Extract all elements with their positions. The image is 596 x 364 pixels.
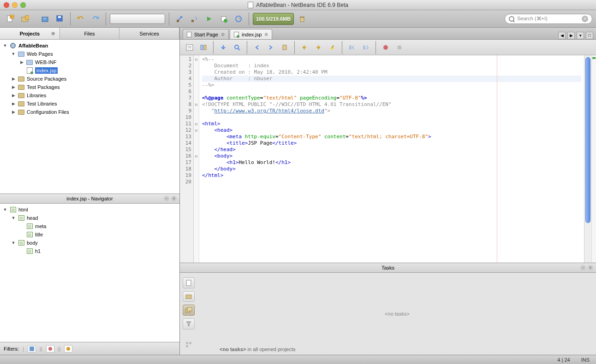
prev-bookmark-button[interactable] xyxy=(251,42,263,53)
clear-search-icon[interactable]: × xyxy=(582,16,588,22)
fold-toggle[interactable]: ⊟ xyxy=(194,56,199,63)
filter-button-3[interactable] xyxy=(64,345,72,352)
find-button[interactable] xyxy=(231,42,243,53)
comment-button[interactable] xyxy=(346,42,358,53)
highlight-button[interactable] xyxy=(326,42,338,53)
disclosure-icon[interactable]: ▼ xyxy=(3,43,7,48)
tree-item[interactable]: ▶Test Packages xyxy=(0,83,179,91)
fold-toggle xyxy=(194,95,199,101)
fold-gutter: ⊟⊟⊟⊟⊟ xyxy=(194,55,199,263)
task-scope-project-button[interactable] xyxy=(183,291,195,302)
svg-rect-3 xyxy=(25,16,29,19)
tree-item[interactable]: ▼◇body xyxy=(0,239,179,247)
tree-item[interactable]: ▶Libraries xyxy=(0,91,179,100)
zoom-window-icon[interactable] xyxy=(20,2,26,8)
filter-button-2[interactable] xyxy=(46,345,54,352)
fold-toggle[interactable]: ⊟ xyxy=(194,121,199,127)
tree-item[interactable]: ◇h1 xyxy=(0,247,179,255)
task-scope-file-button[interactable] xyxy=(183,277,195,288)
minimize-window-icon[interactable] xyxy=(12,2,18,8)
redo-button[interactable] xyxy=(89,12,102,25)
uncomment-button[interactable] xyxy=(360,42,372,53)
disclosure-icon[interactable]: ▶ xyxy=(11,101,16,106)
build-button[interactable] xyxy=(173,12,186,25)
left-tab-services[interactable]: Services xyxy=(119,28,179,39)
run-button[interactable] xyxy=(203,12,215,25)
left-tab-projects[interactable]: Projects⊗ xyxy=(0,28,60,39)
tree-item[interactable]: ◇meta xyxy=(0,222,179,230)
tab-nav-button[interactable]: ◀ xyxy=(558,32,566,39)
disclosure-icon[interactable]: ▼ xyxy=(11,216,16,220)
disclosure-icon[interactable]: ▶ xyxy=(11,93,16,98)
fold-toggle xyxy=(194,147,199,153)
shift-left-button[interactable] xyxy=(298,42,310,53)
fold-toggle[interactable]: ⊟ xyxy=(194,153,199,159)
filter-button-1[interactable] xyxy=(28,345,36,352)
editor-tab[interactable]: index.jsp⊗ xyxy=(230,29,272,39)
last-edit-button[interactable] xyxy=(217,42,229,53)
new-file-button[interactable] xyxy=(4,12,17,25)
fold-toggle xyxy=(194,172,199,179)
svg-rect-6 xyxy=(58,16,61,18)
history-button[interactable] xyxy=(197,42,209,53)
task-scope-all-button[interactable] xyxy=(183,305,195,316)
disclosure-icon[interactable]: ▼ xyxy=(11,52,16,56)
disclosure-icon[interactable]: ▼ xyxy=(11,241,16,245)
disclosure-icon[interactable]: ▶ xyxy=(11,76,16,81)
memory-indicator[interactable]: 100.5/219.6MB xyxy=(253,13,294,25)
minimize-tasks-icon[interactable]: – xyxy=(580,265,586,270)
next-bookmark-button[interactable] xyxy=(265,42,277,53)
error-stripe[interactable] xyxy=(591,55,596,263)
fold-toggle[interactable]: ⊟ xyxy=(194,127,199,134)
save-all-button[interactable] xyxy=(54,12,66,25)
editor-tab[interactable]: Start Page⊗ xyxy=(183,29,229,39)
tree-item[interactable]: ▼◇head xyxy=(0,214,179,222)
tree-item[interactable]: ▼AffableBean xyxy=(0,41,179,50)
open-project-button[interactable] xyxy=(39,12,52,25)
code-area[interactable]: <%-- Document : index Created on : May 1… xyxy=(199,55,584,263)
toggle-bookmark-button[interactable] xyxy=(279,42,291,53)
disclosure-icon[interactable]: ▼ xyxy=(3,207,7,212)
undo-button[interactable] xyxy=(74,12,87,25)
tree-item[interactable]: ▶Source Packages xyxy=(0,75,179,83)
node-icon: ◇ xyxy=(26,248,33,254)
line-numbers: 1234567891011121314151617181920 xyxy=(180,55,194,263)
source-view-button[interactable] xyxy=(184,42,196,53)
profile-button[interactable] xyxy=(232,12,245,25)
tree-item[interactable]: ▼◇html xyxy=(0,205,179,214)
close-panel-icon[interactable]: × xyxy=(171,196,177,201)
tree-item[interactable]: ◇title xyxy=(0,230,179,239)
stop-macro-button[interactable] xyxy=(380,42,392,53)
task-group-button[interactable] xyxy=(183,339,195,350)
close-tasks-icon[interactable]: × xyxy=(588,265,593,270)
shift-right-button[interactable] xyxy=(312,42,324,53)
tab-nav-button[interactable]: ▶ xyxy=(567,32,575,39)
close-window-icon[interactable] xyxy=(4,2,9,8)
close-tab-icon[interactable]: ⊗ xyxy=(264,32,268,37)
fold-toggle[interactable]: ⊟ xyxy=(194,101,199,108)
tree-item[interactable]: ▶WEB-INF xyxy=(0,58,179,66)
svg-point-16 xyxy=(66,347,70,351)
minimize-panel-icon[interactable]: – xyxy=(164,196,169,201)
tree-item[interactable]: ▼Web Pages xyxy=(0,50,179,58)
record-macro-button[interactable] xyxy=(393,42,405,53)
close-tab-icon[interactable]: ⊗ xyxy=(221,32,225,37)
debug-button[interactable] xyxy=(217,12,230,25)
new-project-button[interactable] xyxy=(18,12,31,25)
close-tab-icon[interactable]: ⊗ xyxy=(51,31,57,36)
disclosure-icon[interactable]: ▶ xyxy=(11,85,16,89)
config-dropdown[interactable] xyxy=(110,14,165,24)
disclosure-icon[interactable]: ▶ xyxy=(19,60,24,65)
tree-item[interactable]: ▶Test Libraries xyxy=(0,100,179,108)
tree-item[interactable]: ▶Configuration Files xyxy=(0,108,179,116)
gc-button[interactable] xyxy=(296,12,309,25)
tab-nav-button[interactable]: ▾ xyxy=(577,32,584,39)
clean-build-button[interactable] xyxy=(188,12,201,25)
tab-nav-button[interactable]: □ xyxy=(586,32,593,39)
disclosure-icon[interactable]: ▶ xyxy=(11,110,16,114)
left-tab-files[interactable]: Files xyxy=(60,28,120,39)
task-filter-button[interactable] xyxy=(183,318,195,329)
search-box[interactable]: Search (⌘+I) × xyxy=(505,14,592,24)
tree-item[interactable]: index.jsp xyxy=(0,66,179,75)
vertical-scrollbar[interactable] xyxy=(584,55,591,263)
